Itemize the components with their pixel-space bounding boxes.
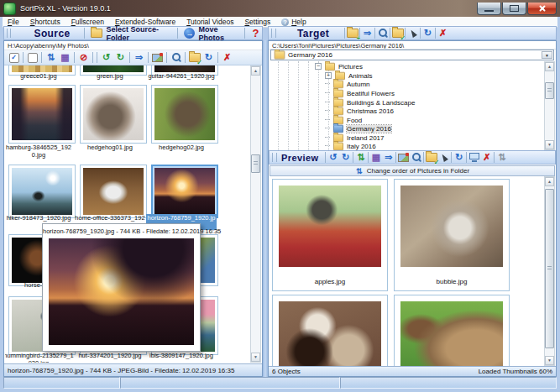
monitor-icon[interactable] [468, 152, 480, 164]
checkbox-unchecked-icon[interactable] [26, 52, 39, 64]
image-info-icon[interactable] [151, 52, 164, 64]
thumbnail-hiker[interactable] [8, 165, 76, 218]
tree-item-italy-2016[interactable]: Italy 2016 [270, 142, 544, 150]
folder-icon [333, 89, 343, 97]
thumbnail-image [12, 65, 72, 72]
refresh-icon[interactable]: ↻ [421, 28, 434, 39]
scroll-up-icon[interactable] [545, 62, 554, 71]
thumbnail-label: hedgehog01.jpg [75, 144, 145, 151]
menu-shortcuts[interactable]: Shortcuts [30, 18, 60, 26]
rotate-left-icon[interactable]: ↺ [100, 52, 113, 64]
thumbnail-grid-icon[interactable]: ▦ [59, 52, 71, 64]
thumbnail-horizon-selected[interactable] [151, 165, 218, 218]
scrollbar-thumb[interactable] [545, 189, 554, 348]
move-arrow-icon[interactable]: ⇒ [133, 52, 145, 64]
folder-add-icon[interactable]: + [346, 28, 359, 39]
folder-ok-icon[interactable]: ✓ [425, 152, 437, 164]
preview-cow[interactable] [394, 295, 510, 366]
thumbnail-label: green.jpg [75, 72, 145, 80]
tree-item-beatiful-flowers[interactable]: Beatiful Flowers [270, 89, 544, 97]
source-scrollbar[interactable] [250, 65, 261, 363]
refresh-icon[interactable]: ↻ [202, 52, 215, 64]
zoom-icon[interactable] [410, 152, 422, 164]
delete-icon[interactable]: ✗ [480, 152, 493, 164]
preview-bubble[interactable]: bubble.jpg [394, 179, 510, 291]
thumbnail-label: ibis-3809147_1920.jpg [146, 352, 217, 359]
scrollbar-thumb[interactable] [251, 154, 260, 173]
tree-item-autumn[interactable]: Autumn [270, 80, 544, 88]
thumbnail-hamburg[interactable] [8, 85, 76, 144]
scroll-down-icon[interactable] [251, 353, 260, 362]
scroll-down-icon[interactable] [545, 356, 554, 365]
folder-ok-icon[interactable]: ✓ [391, 28, 404, 39]
thumbnail-image [154, 88, 215, 140]
preview-scrollbar[interactable] [544, 176, 555, 366]
preview-header-bar: Preview ↺ ↻ ⇅ ▦ ⇒ ✓ ↻ ✗ ⇅ [269, 150, 556, 165]
menu-fullscreen[interactable]: Fullscreen [71, 18, 104, 26]
rotate-right-icon[interactable]: ↻ [114, 52, 127, 64]
refresh-icon[interactable]: ↻ [453, 152, 465, 164]
zoom-icon[interactable] [170, 52, 182, 64]
preview-label: bubble.jpg [395, 278, 509, 285]
drag-grip [7, 29, 11, 38]
sync-icon[interactable]: ⇅ [354, 152, 367, 164]
expand-icon[interactable] [325, 72, 332, 79]
reorder-icon[interactable]: ⇅ [495, 152, 508, 164]
delete-icon[interactable]: ✗ [437, 28, 449, 39]
thumbnail-image [12, 168, 72, 215]
move-arrow-icon[interactable]: ⇒ [361, 28, 374, 39]
reorder-icon: ⇅ [355, 165, 364, 177]
tree-item-animals[interactable]: Animals [270, 71, 544, 80]
maximize-button[interactable] [502, 3, 526, 15]
menu-settings[interactable]: Settings [244, 18, 270, 26]
move-photos-button[interactable]: Move Photos [178, 27, 243, 39]
preview-dessert[interactable] [272, 295, 388, 366]
tree-item-food[interactable]: Food [270, 116, 544, 124]
chevron-down-icon[interactable] [542, 51, 552, 59]
help-question-icon[interactable]: ? [249, 28, 262, 39]
scrollbar-thumb[interactable] [545, 82, 554, 99]
cursor-icon[interactable] [406, 28, 419, 39]
thumbnail-label: hut-3374201_1920.jpg [75, 352, 145, 359]
sync-icon[interactable]: ⇅ [44, 52, 57, 64]
tree-item-pictures[interactable]: Pictures [270, 62, 544, 71]
thumbnail-hedgehog02[interactable] [151, 85, 218, 144]
preview-apples[interactable]: apples.jpg [272, 179, 388, 291]
window-title: SortPix XL - Version 19.0.1 [20, 4, 111, 13]
thumbnail-hedgehog01[interactable] [80, 85, 147, 144]
checkbox-checked-icon[interactable]: ✓ [8, 52, 20, 64]
minimize-button[interactable] [477, 3, 501, 15]
status-segment [120, 377, 340, 389]
image-info-icon[interactable] [397, 152, 410, 164]
thumbnail-grid-icon[interactable]: ▦ [369, 152, 382, 164]
tree-item-christmas-2016[interactable]: Christmas 2016 [270, 107, 544, 115]
target-folder-combobox[interactable]: Germany 2016 [270, 50, 554, 60]
collapse-icon[interactable] [315, 63, 322, 70]
close-button[interactable] [527, 3, 557, 15]
combobox-value: Germany 2016 [288, 51, 332, 59]
change-order-button[interactable]: ⇅ Change order of Pictures in Folder [270, 165, 555, 176]
preview-panel-title: Preview [281, 153, 318, 163]
scroll-down-icon[interactable] [545, 140, 554, 149]
thumbnail-label: guitar-944261_1920.jpg [146, 72, 217, 80]
thumbnail-home-office[interactable] [80, 165, 147, 218]
menu-help[interactable]: Help [281, 18, 306, 26]
tree-item-ireland-2017[interactable]: Ireland 2017 [270, 133, 544, 142]
scroll-up-icon[interactable] [545, 177, 554, 186]
menu-file[interactable]: File [8, 18, 19, 26]
select-source-folder-button[interactable]: Select Source-Folder [85, 27, 175, 39]
rotate-right-icon[interactable]: ↻ [339, 152, 352, 164]
scroll-up-icon[interactable] [251, 66, 260, 76]
delete-icon[interactable]: ✗ [221, 52, 233, 64]
rotate-left-icon[interactable]: ↺ [327, 152, 339, 164]
tree-item-germany-2016-selected[interactable]: Germany 2016 [270, 124, 544, 133]
move-arrow-icon[interactable]: ⇒ [382, 152, 395, 164]
tree-scrollbar[interactable] [544, 61, 555, 150]
zoom-icon[interactable] [376, 28, 389, 39]
target-panel-title: Target [297, 28, 329, 39]
tree-item-buildings-landscape[interactable]: Buildings & Landscape [270, 98, 544, 107]
grid-cancel-icon[interactable]: ⊘ [77, 52, 90, 64]
cursor-icon[interactable] [437, 152, 450, 164]
source-toolbar: ✓ ⇅ ▦ ⊘ ↺ ↻ ⇒ ✓ ↻ ✗ [4, 50, 262, 65]
folder-ok-icon[interactable]: ✓ [188, 52, 201, 64]
